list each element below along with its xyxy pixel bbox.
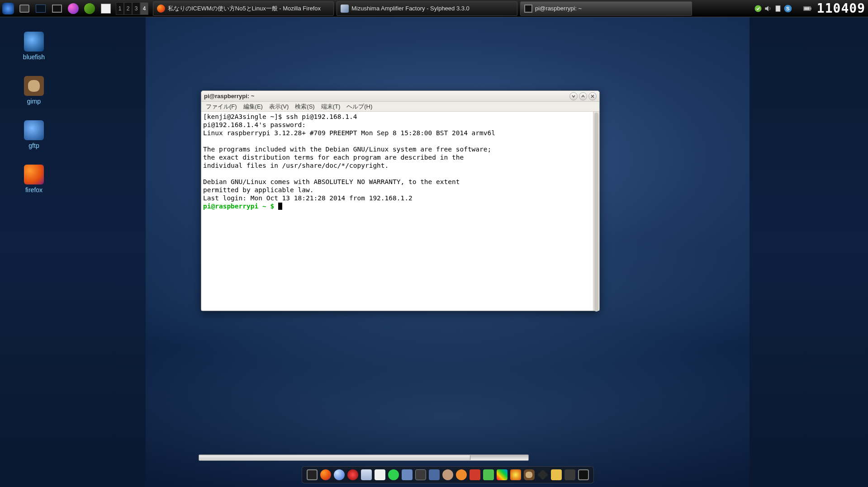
dock-firefox[interactable] [319, 468, 332, 481]
terminal-cursor [278, 203, 282, 210]
dock-blender[interactable] [455, 468, 468, 481]
terminal-line: pi@192.168.1.4's password: [203, 121, 306, 128]
terminal-icon [524, 5, 532, 13]
menu-view[interactable]: 表示(V) [269, 103, 289, 111]
terminal-line: individual files in /usr/share/doc/*/cop… [203, 162, 389, 169]
dock-pdf[interactable] [469, 468, 481, 481]
gftp-icon [24, 120, 44, 140]
dock-notes[interactable] [428, 468, 441, 481]
gimp-icon [24, 76, 44, 96]
terminal-line: [kenji@2A3single ~]$ ssh pi@192.168.1.4 [203, 113, 357, 120]
svg-rect-6 [804, 7, 810, 10]
firefox-icon [157, 5, 165, 13]
dock-burst[interactable] [509, 468, 522, 481]
outer-desktop-icons: bluefish gimp gftp firefox [18, 32, 50, 194]
terminal-line: the exact distribution terms for each pr… [203, 154, 464, 161]
remote-horizontal-scrollbar[interactable] [199, 454, 529, 461]
s-icon[interactable]: S [783, 4, 792, 13]
menu-edit[interactable]: 編集(E) [243, 103, 263, 111]
volume-icon[interactable] [764, 4, 773, 13]
terminal-prompt: pi@raspberrypi ~ $ [203, 203, 278, 210]
globe-launcher[interactable] [66, 2, 80, 15]
dock-globe[interactable] [333, 468, 346, 481]
desktop-icon-label: gftp [28, 142, 39, 149]
terminal-line: The programs included with the Debian GN… [203, 146, 491, 153]
update-icon[interactable] [754, 4, 763, 13]
terminal-title: pi@raspberrypi: ~ [204, 93, 254, 99]
paint-launcher[interactable] [99, 2, 113, 15]
task-label: Mizushima Amplifier Factory - Sylpheed 3… [351, 5, 470, 12]
document-icon[interactable] [773, 4, 783, 13]
terminal-menubar: ファイル(F) 編集(E) 表示(V) 検索(S) 端末(T) ヘルプ(H) [201, 102, 599, 112]
remote-horizontal-scrollbar-thumb[interactable] [199, 455, 470, 460]
workspace-4[interactable]: 4 [140, 2, 148, 15]
kde-menu-button[interactable] [1, 2, 15, 15]
taskbar-clock[interactable]: 110409 [817, 1, 865, 16]
dock-terminal[interactable] [577, 468, 590, 481]
dock-files[interactable] [550, 468, 563, 481]
outer-taskbar: 1 2 3 4 私なりのICEWMの使い方No5とLinux一般 - Mozil… [0, 0, 868, 17]
dock-video[interactable] [414, 468, 427, 481]
dock-dolphin[interactable] [401, 468, 413, 481]
terminal-line: permitted by applicable law. [203, 186, 313, 194]
workspace-2[interactable]: 2 [124, 2, 132, 15]
mail-icon [341, 5, 349, 13]
terminal-window[interactable]: pi@raspberrypi: ~ ファイル(F) 編集(E) 表示(V) [201, 90, 600, 311]
close-button[interactable] [588, 92, 597, 100]
workspace-switcher: 1 2 3 4 [116, 2, 148, 15]
dock-film[interactable] [564, 468, 576, 481]
terminal-scrollbar-thumb[interactable] [594, 113, 598, 312]
menu-help[interactable]: ヘルプ(H) [346, 103, 372, 111]
desktop-icon-label: gimp [27, 98, 41, 105]
dock-mail[interactable] [360, 468, 373, 481]
terminal-line: Linux raspberrypi 3.12.28+ #709 PREEMPT … [203, 129, 495, 137]
task-sylpheed[interactable]: Mizushima Amplifier Factory - Sylpheed 3… [337, 1, 517, 16]
terminal-scrollbar[interactable] [593, 112, 599, 311]
task-terminal[interactable]: pi@raspberrypi: ~ [520, 1, 692, 16]
dock-head[interactable] [441, 468, 454, 481]
desktop-icon-bluefish[interactable]: bluefish [18, 32, 50, 61]
dock-gimp[interactable] [523, 468, 536, 481]
dock-show-desktop[interactable] [306, 468, 318, 481]
lizard-launcher[interactable] [83, 2, 96, 15]
firefox-icon [24, 165, 44, 184]
show-desktop-button[interactable] [18, 2, 31, 15]
terminal-body[interactable]: [kenji@2A3single ~]$ ssh pi@192.168.1.4 … [201, 112, 599, 311]
svg-text:S: S [786, 5, 790, 11]
dock-texteditor[interactable] [374, 468, 386, 481]
battery-icon[interactable] [803, 4, 812, 13]
menu-search[interactable]: 検索(S) [295, 103, 314, 111]
dock-network[interactable] [482, 468, 495, 481]
task-label: 私なりのICEWMの使い方No5とLinux一般 - Mozilla Firef… [168, 5, 321, 13]
svg-point-0 [754, 5, 761, 12]
menu-file[interactable]: ファイル(F) [206, 103, 237, 111]
system-tray: S 110409 [754, 1, 868, 16]
dock-opera[interactable] [346, 468, 359, 481]
desktop-icon-firefox[interactable]: firefox [18, 165, 50, 194]
desktop-icon-label: bluefish [23, 53, 45, 61]
minimize-button[interactable] [569, 92, 578, 100]
svg-rect-5 [811, 7, 811, 9]
dock-skype[interactable] [387, 468, 400, 481]
bluefish-icon [24, 32, 44, 52]
terminal-line: Debian GNU/Linux comes with ABSOLUTELY N… [203, 178, 460, 185]
desktop-icon-gimp[interactable]: gimp [18, 76, 50, 105]
task-firefox[interactable]: 私なりのICEWMの使い方No5とLinux一般 - Mozilla Firef… [153, 1, 334, 16]
terminal-titlebar[interactable]: pi@raspberrypi: ~ [201, 91, 599, 102]
dock-color[interactable] [496, 468, 508, 481]
desktop-icon-label: firefox [25, 186, 43, 194]
workspace-1[interactable]: 1 [116, 2, 124, 15]
terminal-line: Last login: Mon Oct 13 18:21:28 2014 fro… [203, 194, 413, 202]
outer-desktop: 1 2 3 4 私なりのICEWMの使い方No5とLinux一般 - Mozil… [0, 0, 868, 487]
workspace-3[interactable]: 3 [132, 2, 140, 15]
maximize-button[interactable] [579, 92, 587, 100]
remote-desktop-viewport[interactable]: pi@raspberrypi: ~ ファイル(F) 編集(E) 表示(V) [146, 17, 749, 487]
menu-terminal[interactable]: 端末(T) [321, 103, 341, 111]
terminal-launcher[interactable] [50, 2, 64, 15]
desktop-icon-gftp[interactable]: gftp [18, 120, 50, 149]
task-label: pi@raspberrypi: ~ [535, 5, 582, 12]
svg-rect-1 [776, 5, 780, 11]
xterm-launcher[interactable] [34, 2, 47, 15]
inner-dock [302, 466, 594, 483]
dock-inkscape[interactable] [536, 468, 549, 481]
